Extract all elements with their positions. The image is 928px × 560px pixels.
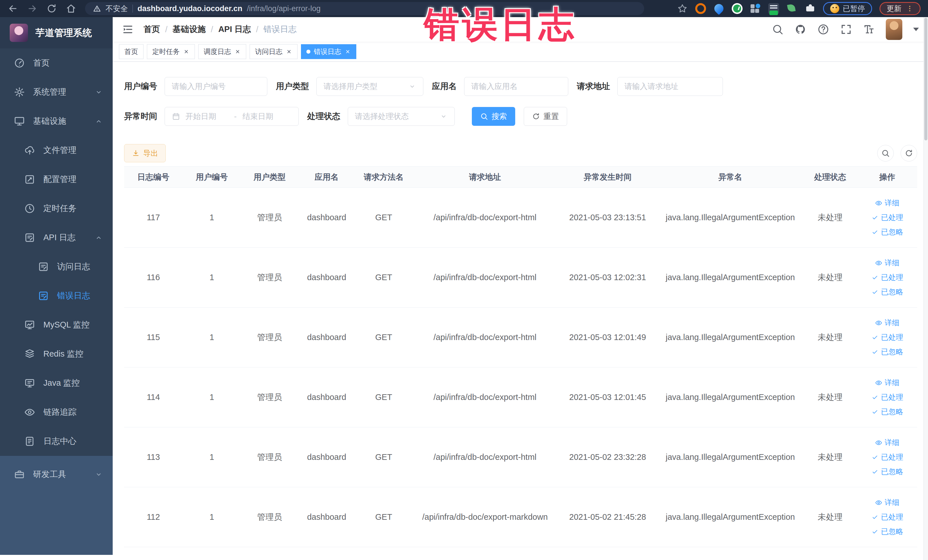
breadcrumb-item[interactable]: API 日志 (218, 24, 251, 35)
extension-icon[interactable] (768, 3, 779, 14)
close-icon[interactable] (235, 49, 241, 55)
refresh-table-button[interactable] (901, 145, 917, 162)
reset-button[interactable]: 重置 (524, 107, 567, 126)
table-row: 1131管理员dashboardGET/api/infra/db-doc/exp… (124, 427, 917, 487)
sidebar-item[interactable]: 系统管理 (0, 78, 113, 107)
github-icon[interactable] (795, 23, 806, 35)
column-header: 应用名 (298, 172, 355, 183)
detail-link[interactable]: 详细 (875, 198, 899, 208)
mark-ignored-link[interactable]: 已忽略 (871, 407, 903, 417)
export-button[interactable]: 导出 (124, 144, 166, 162)
sidebar-item[interactable]: 错误日志 (0, 281, 113, 310)
mark-ignored-link[interactable]: 已忽略 (871, 287, 903, 297)
annotation-overlay-title: 错误日志 (424, 1, 577, 49)
cell-status: 未处理 (803, 272, 857, 283)
breadcrumb-item[interactable]: 首页 (143, 24, 160, 35)
cell-method: GET (355, 273, 412, 282)
mark-processed-link[interactable]: 已处理 (871, 512, 903, 522)
sidebar-item[interactable]: 链路追踪 (0, 398, 113, 427)
sidebar-item[interactable]: Redis 监控 (0, 339, 113, 369)
mark-processed-link[interactable]: 已处理 (871, 392, 903, 402)
mark-processed-link[interactable]: 已处理 (871, 452, 903, 462)
extensions-puzzle-icon[interactable] (805, 3, 816, 14)
tab[interactable]: 定时任务 (147, 44, 195, 59)
sidebar-item[interactable]: 配置管理 (0, 165, 113, 194)
redis-icon (24, 348, 35, 360)
sidebar-item[interactable]: 首页 (0, 49, 113, 78)
filter-input[interactable]: 请输入应用名 (464, 77, 568, 96)
filter-select[interactable]: 请选择用户类型 (316, 77, 423, 96)
sidebar-item-label: 访问日志 (57, 261, 90, 272)
extension-icon[interactable] (695, 3, 706, 14)
cell-exception-time: 2021-05-03 12:01:45 (558, 392, 658, 402)
mark-ignored-link[interactable]: 已忽略 (871, 227, 903, 237)
detail-link[interactable]: 详细 (875, 318, 899, 328)
detail-link[interactable]: 详细 (875, 497, 899, 508)
search-icon[interactable] (772, 23, 784, 35)
sidebar-item[interactable]: 日志中心 (0, 427, 113, 456)
browser-home-icon[interactable] (66, 3, 76, 14)
tab[interactable]: 错误日志 (301, 44, 356, 59)
check-icon (871, 394, 879, 401)
sidebar-item[interactable]: MySQL 监控 (0, 310, 113, 339)
sidebar-item[interactable]: Java 监控 (0, 369, 113, 398)
toggle-search-button[interactable] (877, 145, 894, 162)
tab[interactable]: 调度日志 (198, 44, 246, 59)
date-range-picker[interactable]: 开始日期 - 结束日期 (165, 107, 299, 126)
sidebar-item[interactable]: 定时任务 (0, 194, 113, 223)
font-size-icon[interactable] (863, 23, 875, 35)
cell-log-id: 113 (124, 452, 183, 462)
detail-link[interactable]: 详细 (875, 378, 899, 388)
detail-link[interactable]: 详细 (875, 258, 899, 268)
filter-label-exception-time: 异常时间 (124, 111, 157, 122)
browser-reload-icon[interactable] (46, 3, 57, 14)
mark-processed-link[interactable]: 已处理 (871, 272, 903, 282)
filter-input[interactable]: 请输入请求地址 (617, 77, 723, 96)
close-icon[interactable] (345, 49, 351, 55)
download-icon (132, 149, 140, 157)
mark-ignored-link[interactable]: 已忽略 (871, 347, 903, 357)
tab[interactable]: 首页 (119, 44, 143, 59)
browser-update-button[interactable]: 更新 (879, 2, 920, 15)
sidebar-item[interactable]: 文件管理 (0, 136, 113, 165)
extension-icon[interactable] (750, 3, 761, 14)
close-icon[interactable] (286, 49, 292, 55)
tab[interactable]: 访问日志 (250, 44, 298, 59)
column-header: 请求地址 (412, 172, 558, 183)
mark-processed-link[interactable]: 已处理 (871, 333, 903, 342)
search-button[interactable]: 搜索 (472, 107, 515, 126)
detail-link[interactable]: 详细 (875, 438, 899, 448)
avatar-caret-down-icon[interactable] (913, 27, 919, 31)
mark-ignored-link[interactable]: 已忽略 (871, 526, 903, 537)
help-icon[interactable] (817, 23, 829, 35)
browser-back-icon[interactable] (8, 3, 18, 14)
user-avatar[interactable] (886, 19, 902, 40)
filter-input[interactable]: 请输入用户编号 (165, 77, 267, 96)
sidebar-logo-row[interactable]: 芋道管理系统 (0, 17, 113, 49)
chevron-down-icon (95, 88, 103, 96)
history-icon (24, 203, 35, 214)
page-scrollbar[interactable] (923, 17, 928, 560)
mark-processed-link[interactable]: 已处理 (871, 212, 903, 223)
extension-icon[interactable] (713, 3, 724, 14)
breadcrumb-item[interactable]: 基础设施 (172, 24, 206, 35)
cell-log-id: 112 (124, 512, 183, 522)
sidebar-toggle-icon[interactable] (122, 23, 134, 35)
sidebar-item[interactable]: API 日志 (0, 223, 113, 252)
chevron-down-icon (408, 82, 416, 90)
bookmark-star-icon[interactable] (677, 3, 688, 14)
scrollbar-thumb[interactable] (924, 18, 927, 140)
sidebar-item[interactable]: 基础设施 (0, 107, 113, 136)
profile-paused-badge[interactable]: 已暂停 (823, 2, 872, 15)
table-row: 1141管理员dashboardGET/api/infra/db-doc/exp… (124, 368, 917, 427)
sidebar-item[interactable]: 研发工具 (0, 460, 113, 489)
extension-icon[interactable] (786, 3, 797, 14)
browser-menu-dots-icon[interactable] (906, 4, 913, 13)
close-icon[interactable] (183, 49, 189, 55)
extension-icon[interactable] (732, 3, 743, 14)
sidebar-item[interactable]: 访问日志 (0, 252, 113, 281)
status-select[interactable]: 请选择处理状态 (348, 107, 455, 126)
fullscreen-icon[interactable] (840, 23, 852, 35)
browser-forward-icon[interactable] (27, 3, 38, 14)
mark-ignored-link[interactable]: 已忽略 (871, 467, 903, 477)
